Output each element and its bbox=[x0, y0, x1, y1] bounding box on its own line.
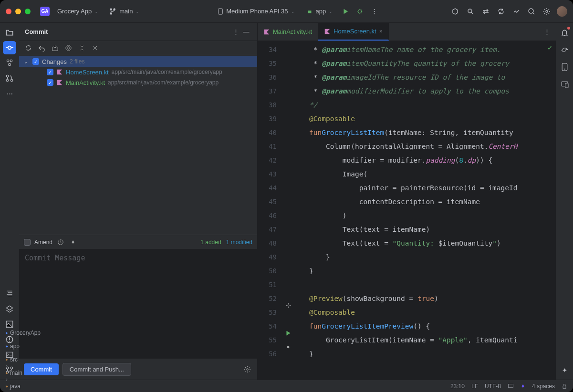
commit-settings-icon[interactable] bbox=[242, 364, 252, 374]
amend-label: Amend bbox=[34, 239, 52, 246]
changes-checkbox[interactable] bbox=[32, 58, 39, 65]
readonly-icon[interactable] bbox=[508, 383, 514, 389]
search-everywhere-icon[interactable] bbox=[526, 6, 537, 17]
tab-homescreen[interactable]: HomeScreen.kt × bbox=[318, 23, 389, 41]
panel-options[interactable]: ⋮ bbox=[230, 27, 241, 37]
changelist-icon[interactable] bbox=[77, 44, 86, 52]
ai-status-icon[interactable]: ✦ bbox=[521, 383, 525, 390]
refresh-icon[interactable] bbox=[24, 44, 32, 52]
ai-assistant-tool[interactable]: ✦ bbox=[558, 363, 571, 377]
gutter-run-icon[interactable] bbox=[284, 329, 292, 337]
rollback-icon[interactable] bbox=[37, 44, 46, 52]
pull-requests-tool[interactable] bbox=[3, 72, 16, 85]
device-manager-tool[interactable] bbox=[558, 60, 571, 73]
settings-icon[interactable] bbox=[542, 6, 552, 17]
svg-point-6 bbox=[7, 60, 9, 62]
gutter-gear-icon[interactable] bbox=[284, 301, 292, 309]
tab-mainactivity[interactable]: MainActivity.kt bbox=[258, 23, 318, 41]
changes-tree: ⌄ Changes 2 files HomeScreen.kt app/src/… bbox=[19, 55, 257, 235]
stat-modified: 1 modified bbox=[226, 239, 252, 246]
svg-point-25 bbox=[564, 68, 565, 69]
indent-setting[interactable]: 4 spaces bbox=[532, 383, 555, 390]
sync-icon[interactable] bbox=[480, 6, 491, 17]
breadcrumbs[interactable]: ▸GroceryApp › ▸app › ▸src › ▸main › ▸jav… bbox=[6, 330, 53, 392]
project-dropdown[interactable]: Grocery App ⌄ bbox=[53, 6, 102, 17]
statusbar: ▸GroceryApp › ▸app › ▸src › ▸main › ▸jav… bbox=[0, 380, 573, 392]
cursor-position[interactable]: 23:10 bbox=[450, 383, 465, 390]
close-window[interactable] bbox=[6, 9, 11, 14]
bookmarks-tool[interactable] bbox=[3, 287, 16, 300]
file-checkbox[interactable] bbox=[47, 79, 53, 86]
commit-tool[interactable] bbox=[3, 41, 16, 54]
svg-point-19 bbox=[67, 47, 70, 50]
debug-button[interactable] bbox=[354, 6, 365, 17]
changes-label: Changes bbox=[42, 58, 67, 65]
left-toolbar: ⋯ bbox=[0, 23, 19, 380]
structure-tool[interactable] bbox=[3, 56, 16, 70]
window-controls bbox=[6, 9, 31, 14]
svg-rect-29 bbox=[563, 386, 566, 388]
code-with-me-icon[interactable] bbox=[450, 6, 460, 17]
shelve-icon[interactable] bbox=[51, 44, 59, 52]
run-config-selector[interactable]: app ⌄ bbox=[302, 6, 337, 17]
project-name: Grocery App bbox=[57, 8, 92, 15]
svg-point-7 bbox=[10, 60, 12, 62]
tab-options[interactable]: ⋮ bbox=[542, 27, 552, 37]
ai-icon[interactable]: ✦ bbox=[69, 238, 77, 247]
tab-label: HomeScreen.kt bbox=[333, 28, 376, 35]
search-icon[interactable] bbox=[465, 6, 476, 17]
commit-panel-title: Commit bbox=[25, 28, 230, 35]
running-devices-tool[interactable] bbox=[558, 77, 571, 91]
svg-rect-28 bbox=[509, 384, 513, 387]
maximize-window[interactable] bbox=[25, 9, 31, 14]
diff-icon[interactable] bbox=[64, 44, 73, 52]
svg-point-2 bbox=[468, 9, 472, 13]
file-encoding[interactable]: UTF-8 bbox=[485, 383, 501, 390]
gutter-hint-icon[interactable]: ● bbox=[284, 343, 292, 351]
chevron-down-icon: ⌄ bbox=[291, 9, 295, 14]
run-button[interactable] bbox=[340, 6, 351, 17]
kotlin-file-icon bbox=[56, 79, 63, 86]
commit-message-input[interactable] bbox=[19, 249, 257, 359]
changed-file[interactable]: MainActivity.kt app/src/main/java/com/ex… bbox=[19, 77, 257, 88]
branch-dropdown[interactable]: main ⌄ bbox=[106, 6, 143, 17]
svg-rect-0 bbox=[219, 8, 223, 14]
notifications-tool[interactable] bbox=[558, 26, 571, 39]
group-icon[interactable] bbox=[91, 44, 99, 52]
more-actions[interactable]: ⋮ bbox=[369, 6, 379, 17]
commit-push-button[interactable]: Commit and Push... bbox=[63, 363, 131, 376]
line-separator[interactable]: LF bbox=[471, 383, 478, 390]
updates-icon[interactable] bbox=[511, 6, 521, 17]
close-icon[interactable]: × bbox=[379, 28, 383, 35]
code-viewport[interactable]: * @param itemName The name of the grocer… bbox=[305, 41, 556, 380]
file-name: MainActivity.kt bbox=[66, 79, 105, 86]
svg-point-1 bbox=[358, 10, 362, 13]
android-icon bbox=[306, 8, 313, 15]
build-variants-tool[interactable] bbox=[3, 302, 16, 316]
kotlin-file-icon bbox=[56, 69, 63, 75]
history-icon[interactable] bbox=[56, 238, 65, 247]
branch-icon bbox=[110, 8, 116, 15]
lock-icon[interactable] bbox=[562, 383, 567, 389]
changes-root[interactable]: ⌄ Changes 2 files bbox=[19, 56, 257, 67]
kotlin-file-icon bbox=[324, 28, 331, 35]
minimize-window[interactable] bbox=[15, 9, 21, 14]
kotlin-file-icon bbox=[263, 29, 270, 35]
titlebar: GA Grocery App ⌄ main ⌄ Medium Phone API… bbox=[0, 0, 573, 23]
project-icon: GA bbox=[40, 7, 50, 16]
panel-minimize[interactable]: — bbox=[241, 27, 251, 37]
run-config-name: app bbox=[316, 8, 326, 15]
sync-gradle-icon[interactable] bbox=[496, 6, 506, 17]
amend-checkbox[interactable] bbox=[24, 239, 31, 246]
commit-panel: Commit ⋮ — ⌄ Changes 2 files bbox=[19, 23, 258, 380]
file-checkbox[interactable] bbox=[47, 69, 53, 75]
gradle-tool[interactable] bbox=[558, 43, 571, 56]
user-avatar[interactable] bbox=[557, 6, 567, 17]
more-tools[interactable]: ⋯ bbox=[3, 87, 16, 100]
changed-file[interactable]: HomeScreen.kt app/src/main/java/com/exam… bbox=[19, 67, 257, 77]
file-name: HomeScreen.kt bbox=[66, 69, 109, 76]
chevron-down-icon: ⌄ bbox=[135, 9, 139, 14]
device-selector[interactable]: Medium Phone API 35 ⌄ bbox=[214, 6, 298, 17]
project-tool[interactable] bbox=[3, 26, 16, 39]
editor-area: MainActivity.kt HomeScreen.kt × ⋮ ✓ 3435… bbox=[258, 23, 556, 380]
